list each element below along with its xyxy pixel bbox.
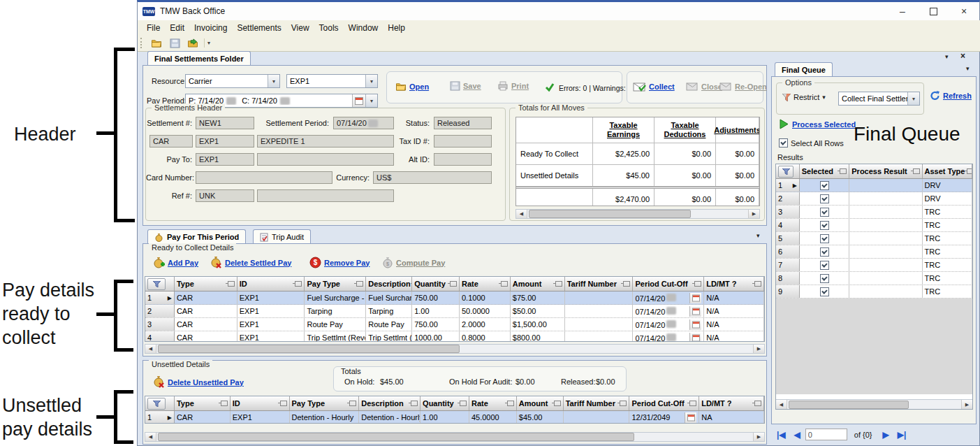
pin-icon[interactable]	[754, 281, 761, 287]
alt-id-field[interactable]	[434, 153, 492, 166]
collect-button[interactable]: Collect	[633, 82, 675, 92]
queue-mode-select[interactable]: Collect Final Settlement ▾	[838, 92, 920, 106]
queue-row-7[interactable]: 7TRC	[776, 259, 972, 272]
col-description[interactable]: Description	[366, 277, 412, 291]
col-rate[interactable]: Rate	[460, 277, 511, 291]
col-cutoff[interactable]: Period Cut-Off	[629, 396, 699, 410]
remove-pay-button[interactable]: $Remove Pay	[309, 257, 370, 268]
last-page-button[interactable]: ▶|	[894, 430, 910, 440]
pin-icon[interactable]	[754, 401, 761, 406]
ref-number-field[interactable]: UNK	[196, 189, 254, 202]
row-checkbox[interactable]	[820, 261, 829, 270]
col-rate[interactable]: Rate	[469, 396, 517, 410]
menu-tools[interactable]: Tools	[314, 23, 344, 33]
scroll-left-icon[interactable]: ◀	[145, 433, 156, 441]
ready-row-1[interactable]: 1▶ CAR EXP1 Fuel Surcharge - %... Fuel S…	[145, 292, 764, 305]
pin-icon[interactable]	[349, 401, 356, 406]
delete-settled-pay-button[interactable]: Delete Settled Pay	[210, 257, 291, 268]
scroll-right-icon[interactable]: ▶	[748, 210, 759, 218]
col-taxable-deductions[interactable]: Taxable Deductions	[654, 117, 716, 143]
menu-invoicing[interactable]: Invoicing	[189, 23, 232, 33]
col-id[interactable]: ID	[231, 396, 290, 410]
row-checkbox[interactable]	[820, 208, 829, 217]
col-amount[interactable]: Amount	[517, 396, 564, 410]
col-process-result[interactable]: Process Result	[849, 164, 922, 178]
col-tariff[interactable]: Tariff Number	[565, 277, 634, 291]
toolbar-grip[interactable]	[140, 38, 144, 48]
col-adjustments[interactable]: Adjustments	[716, 117, 759, 143]
col-quantity[interactable]: Quantity	[412, 277, 460, 291]
chevron-down-icon[interactable]: ▾	[907, 92, 919, 105]
col-taxable-earnings[interactable]: Taxable Earnings	[593, 117, 654, 143]
tab-pay-for-this-period[interactable]: Pay For This Period	[147, 229, 246, 244]
select-all-rows-checkbox[interactable]: Select All Rows	[779, 138, 844, 148]
pay-to-name-field[interactable]	[257, 153, 394, 166]
pin-icon[interactable]	[620, 401, 627, 406]
col-type[interactable]: Type	[175, 277, 237, 291]
pin-icon[interactable]	[501, 281, 508, 287]
calendar-icon[interactable]	[352, 94, 365, 107]
pin-icon[interactable]	[507, 401, 514, 406]
row-checkbox[interactable]	[820, 247, 829, 257]
menu-settlements[interactable]: Settlements	[232, 23, 286, 33]
col-quantity[interactable]: Quantity	[420, 396, 469, 410]
chevron-down-icon[interactable]: ▾	[268, 75, 279, 87]
scroll-right-icon[interactable]: ▶	[753, 345, 764, 353]
toolbar-overflow-button[interactable]: ▾	[204, 38, 213, 48]
col-selected[interactable]: Selected	[800, 164, 849, 178]
menu-view[interactable]: View	[286, 23, 314, 33]
pin-icon[interactable]	[295, 281, 302, 287]
pin-icon[interactable]	[460, 401, 467, 406]
calendar-icon[interactable]	[689, 319, 701, 330]
pin-icon[interactable]	[450, 281, 457, 287]
scroll-thumb[interactable]	[158, 433, 634, 441]
pin-icon[interactable]	[555, 281, 562, 287]
pin-icon[interactable]	[411, 401, 418, 406]
queue-row-9[interactable]: 9TRC	[776, 285, 972, 298]
resource-code-field[interactable]: EXP1	[196, 135, 254, 148]
menu-help[interactable]: Help	[383, 23, 410, 33]
pin-icon[interactable]	[967, 168, 972, 174]
col-pay-type[interactable]: Pay Type	[305, 277, 366, 291]
tab-trip-audit[interactable]: Trip Audit	[253, 229, 311, 244]
print-button[interactable]: Print	[497, 81, 529, 91]
save-toolbar-button[interactable]	[168, 36, 182, 50]
queue-row-8[interactable]: 8TRC	[776, 272, 972, 285]
pin-icon[interactable]	[221, 401, 228, 406]
calendar-icon[interactable]	[685, 412, 696, 423]
pin-icon[interactable]	[694, 281, 701, 287]
chevron-down-icon[interactable]: ▾	[365, 94, 377, 107]
restrict-button[interactable]: Restrict▾	[782, 93, 826, 101]
queue-row-1[interactable]: 1▶DRV	[776, 179, 972, 192]
currency-field[interactable]: US$	[373, 171, 492, 184]
next-page-button[interactable]: ▶	[879, 430, 893, 440]
ready-row-2[interactable]: 2 CAR EXP1 Tarping Tarping 1.00 50.0000 …	[145, 305, 764, 318]
settlement-number-field[interactable]: NEW1	[196, 117, 254, 129]
pin-icon[interactable]	[280, 401, 287, 406]
col-amount[interactable]: Amount	[511, 277, 565, 291]
ready-row-4[interactable]: 4 CAR EXP1 Trip Settlmt (Reven... Trip S…	[145, 331, 764, 342]
scroll-right-icon[interactable]: ▶	[753, 433, 764, 441]
field-chooser-icon[interactable]	[147, 278, 166, 290]
menu-edit[interactable]: Edit	[165, 23, 189, 33]
calendar-icon[interactable]	[689, 306, 701, 317]
tab-final-settlements-folder[interactable]: Final Settlements Folder	[147, 51, 251, 66]
queue-dropdown-icon[interactable]: ▾	[966, 65, 970, 72]
scroll-left-icon[interactable]: ◀	[776, 400, 787, 409]
scroll-left-icon[interactable]: ◀	[516, 210, 527, 218]
scroll-thumb[interactable]	[158, 345, 460, 353]
col-asset-type[interactable]: Asset Type	[923, 164, 972, 178]
add-pay-button[interactable]: Add Pay	[153, 257, 198, 268]
card-number-field[interactable]	[196, 171, 332, 184]
field-chooser-icon[interactable]	[147, 398, 166, 410]
refresh-button[interactable]: Refresh	[930, 91, 972, 101]
calendar-icon[interactable]	[689, 333, 701, 343]
process-selected-button[interactable]: Process Selected	[779, 119, 856, 129]
tab-final-queue[interactable]: Final Queue	[775, 62, 833, 77]
menu-window[interactable]: Window	[344, 23, 383, 33]
scroll-left-icon[interactable]: ◀	[145, 345, 156, 353]
pin-icon[interactable]	[228, 281, 235, 287]
field-chooser-icon[interactable]	[778, 166, 793, 178]
settlement-period-field[interactable]: 07/14/20	[333, 117, 394, 129]
ready-hscrollbar[interactable]: ◀ ▶	[145, 344, 765, 354]
